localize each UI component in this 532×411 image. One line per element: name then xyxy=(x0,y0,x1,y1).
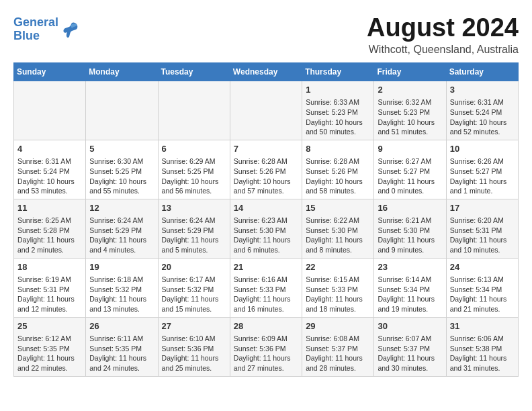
day-number: 17 xyxy=(450,202,515,214)
calendar-cell: 13Sunrise: 6:24 AM Sunset: 5:29 PM Dayli… xyxy=(158,199,230,258)
day-number: 8 xyxy=(306,143,370,155)
day-info: Sunrise: 6:22 AM Sunset: 5:30 PM Dayligh… xyxy=(306,216,370,255)
day-info: Sunrise: 6:33 AM Sunset: 5:23 PM Dayligh… xyxy=(306,97,370,137)
calendar-cell: 7Sunrise: 6:28 AM Sunset: 5:26 PM Daylig… xyxy=(230,140,302,199)
day-info: Sunrise: 6:10 AM Sunset: 5:36 PM Dayligh… xyxy=(162,334,226,373)
calendar-cell: 22Sunrise: 6:15 AM Sunset: 5:33 PM Dayli… xyxy=(302,258,374,317)
day-info: Sunrise: 6:32 AM Sunset: 5:23 PM Dayligh… xyxy=(378,97,442,137)
day-number: 4 xyxy=(17,143,82,155)
day-info: Sunrise: 6:25 AM Sunset: 5:28 PM Dayligh… xyxy=(17,216,82,255)
logo-text: General Blue xyxy=(13,16,58,43)
calendar-cell: 4Sunrise: 6:31 AM Sunset: 5:24 PM Daylig… xyxy=(14,140,86,199)
calendar-cell: 5Sunrise: 6:30 AM Sunset: 5:25 PM Daylig… xyxy=(86,140,158,199)
day-info: Sunrise: 6:31 AM Sunset: 5:24 PM Dayligh… xyxy=(450,97,515,137)
day-number: 9 xyxy=(378,143,442,155)
day-number: 1 xyxy=(306,84,370,96)
calendar-cell: 15Sunrise: 6:22 AM Sunset: 5:30 PM Dayli… xyxy=(302,199,374,258)
day-info: Sunrise: 6:09 AM Sunset: 5:36 PM Dayligh… xyxy=(234,334,298,373)
calendar-cell: 11Sunrise: 6:25 AM Sunset: 5:28 PM Dayli… xyxy=(14,199,86,258)
subtitle: Withcott, Queensland, Australia xyxy=(367,44,519,56)
day-info: Sunrise: 6:12 AM Sunset: 5:35 PM Dayligh… xyxy=(17,334,82,373)
day-number: 2 xyxy=(378,84,442,96)
day-info: Sunrise: 6:14 AM Sunset: 5:34 PM Dayligh… xyxy=(378,275,442,314)
calendar-cell: 16Sunrise: 6:21 AM Sunset: 5:30 PM Dayli… xyxy=(374,199,446,258)
day-number: 7 xyxy=(234,143,298,155)
day-info: Sunrise: 6:08 AM Sunset: 5:37 PM Dayligh… xyxy=(306,334,370,373)
calendar-cell: 18Sunrise: 6:19 AM Sunset: 5:31 PM Dayli… xyxy=(14,258,86,317)
calendar-cell: 19Sunrise: 6:18 AM Sunset: 5:32 PM Dayli… xyxy=(86,258,158,317)
day-number: 14 xyxy=(234,202,298,214)
day-number: 21 xyxy=(234,261,298,273)
calendar-cell: 21Sunrise: 6:16 AM Sunset: 5:33 PM Dayli… xyxy=(230,258,302,317)
day-number: 13 xyxy=(162,202,226,214)
calendar-cell xyxy=(86,81,158,140)
day-info: Sunrise: 6:15 AM Sunset: 5:33 PM Dayligh… xyxy=(306,275,370,314)
col-header-thursday: Thursday xyxy=(302,63,374,81)
calendar-cell xyxy=(230,81,302,140)
calendar-cell: 2Sunrise: 6:32 AM Sunset: 5:23 PM Daylig… xyxy=(374,81,446,140)
day-number: 23 xyxy=(378,261,442,273)
col-header-sunday: Sunday xyxy=(14,63,86,81)
calendar-cell: 12Sunrise: 6:24 AM Sunset: 5:29 PM Dayli… xyxy=(86,199,158,258)
day-number: 29 xyxy=(306,320,370,332)
day-number: 27 xyxy=(162,320,226,332)
day-info: Sunrise: 6:18 AM Sunset: 5:32 PM Dayligh… xyxy=(89,275,154,314)
day-info: Sunrise: 6:30 AM Sunset: 5:25 PM Dayligh… xyxy=(89,156,154,196)
calendar-cell: 25Sunrise: 6:12 AM Sunset: 5:35 PM Dayli… xyxy=(14,317,86,376)
day-number: 19 xyxy=(89,261,154,273)
day-number: 6 xyxy=(162,143,226,155)
calendar-cell: 8Sunrise: 6:28 AM Sunset: 5:26 PM Daylig… xyxy=(302,140,374,199)
calendar-week-row: 11Sunrise: 6:25 AM Sunset: 5:28 PM Dayli… xyxy=(14,199,519,258)
day-info: Sunrise: 6:06 AM Sunset: 5:38 PM Dayligh… xyxy=(450,334,515,373)
calendar-cell: 17Sunrise: 6:20 AM Sunset: 5:31 PM Dayli… xyxy=(446,199,518,258)
calendar-cell: 23Sunrise: 6:14 AM Sunset: 5:34 PM Dayli… xyxy=(374,258,446,317)
day-number: 18 xyxy=(17,261,82,273)
calendar-cell: 24Sunrise: 6:13 AM Sunset: 5:34 PM Dayli… xyxy=(446,258,518,317)
day-number: 25 xyxy=(17,320,82,332)
day-info: Sunrise: 6:13 AM Sunset: 5:34 PM Dayligh… xyxy=(450,275,515,314)
col-header-monday: Monday xyxy=(86,63,158,81)
calendar-cell xyxy=(14,81,86,140)
day-info: Sunrise: 6:07 AM Sunset: 5:37 PM Dayligh… xyxy=(378,334,442,373)
calendar-cell: 29Sunrise: 6:08 AM Sunset: 5:37 PM Dayli… xyxy=(302,317,374,376)
day-number: 31 xyxy=(450,320,515,332)
calendar-week-row: 4Sunrise: 6:31 AM Sunset: 5:24 PM Daylig… xyxy=(14,140,519,199)
day-info: Sunrise: 6:17 AM Sunset: 5:32 PM Dayligh… xyxy=(162,275,226,314)
day-number: 16 xyxy=(378,202,442,214)
day-info: Sunrise: 6:24 AM Sunset: 5:29 PM Dayligh… xyxy=(89,216,154,255)
day-number: 3 xyxy=(450,84,515,96)
col-header-wednesday: Wednesday xyxy=(230,63,302,81)
day-number: 26 xyxy=(89,320,154,332)
day-number: 12 xyxy=(89,202,154,214)
calendar-cell: 31Sunrise: 6:06 AM Sunset: 5:38 PM Dayli… xyxy=(446,317,518,376)
calendar-cell xyxy=(158,81,230,140)
calendar-cell: 10Sunrise: 6:26 AM Sunset: 5:27 PM Dayli… xyxy=(446,140,518,199)
calendar-cell: 28Sunrise: 6:09 AM Sunset: 5:36 PM Dayli… xyxy=(230,317,302,376)
calendar-cell: 27Sunrise: 6:10 AM Sunset: 5:36 PM Dayli… xyxy=(158,317,230,376)
day-info: Sunrise: 6:23 AM Sunset: 5:30 PM Dayligh… xyxy=(234,216,298,255)
day-number: 22 xyxy=(306,261,370,273)
day-number: 10 xyxy=(450,143,515,155)
day-info: Sunrise: 6:29 AM Sunset: 5:25 PM Dayligh… xyxy=(162,156,226,196)
calendar-body: 1Sunrise: 6:33 AM Sunset: 5:23 PM Daylig… xyxy=(14,81,519,377)
calendar-week-row: 25Sunrise: 6:12 AM Sunset: 5:35 PM Dayli… xyxy=(14,317,519,376)
day-info: Sunrise: 6:11 AM Sunset: 5:35 PM Dayligh… xyxy=(89,334,154,373)
logo: General Blue xyxy=(13,16,80,43)
day-info: Sunrise: 6:19 AM Sunset: 5:31 PM Dayligh… xyxy=(17,275,82,314)
day-number: 5 xyxy=(89,143,154,155)
day-number: 24 xyxy=(450,261,515,273)
calendar-cell: 9Sunrise: 6:27 AM Sunset: 5:27 PM Daylig… xyxy=(374,140,446,199)
day-info: Sunrise: 6:20 AM Sunset: 5:31 PM Dayligh… xyxy=(450,216,515,255)
calendar-cell: 3Sunrise: 6:31 AM Sunset: 5:24 PM Daylig… xyxy=(446,81,518,140)
day-info: Sunrise: 6:28 AM Sunset: 5:26 PM Dayligh… xyxy=(306,156,370,196)
day-number: 11 xyxy=(17,202,82,214)
page-header: General Blue August 2024 Withcott, Queen… xyxy=(13,13,519,56)
calendar-header-row: SundayMondayTuesdayWednesdayThursdayFrid… xyxy=(14,63,519,81)
calendar-cell: 1Sunrise: 6:33 AM Sunset: 5:23 PM Daylig… xyxy=(302,81,374,140)
day-info: Sunrise: 6:21 AM Sunset: 5:30 PM Dayligh… xyxy=(378,216,442,255)
calendar-cell: 26Sunrise: 6:11 AM Sunset: 5:35 PM Dayli… xyxy=(86,317,158,376)
day-info: Sunrise: 6:26 AM Sunset: 5:27 PM Dayligh… xyxy=(450,156,515,196)
main-title: August 2024 xyxy=(367,13,519,42)
col-header-tuesday: Tuesday xyxy=(158,63,230,81)
calendar-cell: 14Sunrise: 6:23 AM Sunset: 5:30 PM Dayli… xyxy=(230,199,302,258)
